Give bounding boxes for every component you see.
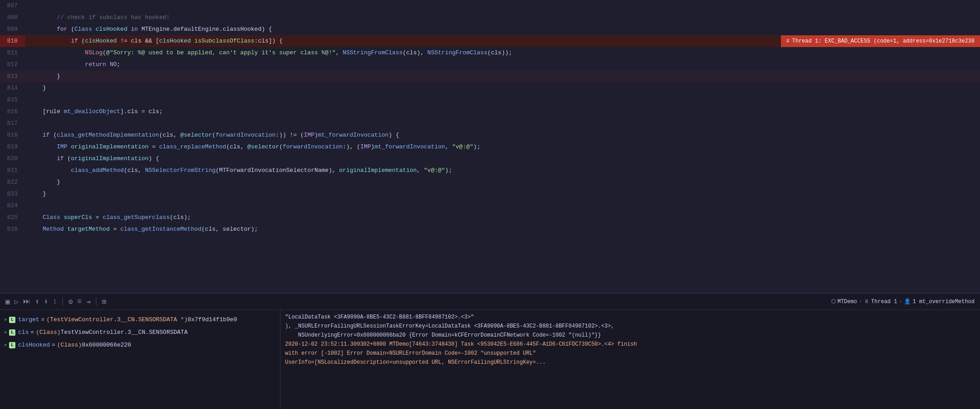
line-number: 825: [0, 212, 25, 224]
debug-path: ⬡ MTDemo › ⏸ Thread 1 › 👤 1 mt_overrideM…: [831, 298, 975, 305]
code-line: 811 NSLog(@"Sorry: %@ used to be applied…: [0, 47, 980, 59]
code-line: 813 }: [0, 71, 980, 82]
line-content: if (clsHooked != cls && [clsHooked isSub…: [25, 35, 980, 47]
var-name: clsHooked: [18, 340, 50, 350]
line-content: }: [25, 176, 980, 188]
line-content: Method targetMethod = class_getInstanceM…: [25, 224, 980, 235]
var-type-indicator: L: [9, 342, 15, 348]
line-content: [25, 0, 980, 12]
line-number: 823: [0, 188, 25, 200]
line-number: 807: [0, 0, 25, 12]
code-line: 819 IMP originalImplementation = class_r…: [0, 141, 980, 153]
line-content: class_addMethod(cls, NSSelectorFromStrin…: [25, 165, 980, 176]
line-content: Class superCls = class_getSuperclass(cls…: [25, 212, 980, 224]
code-line: 816 [rule mt_deallocObject].cls = cls;: [0, 106, 980, 118]
line-number: 815: [0, 94, 25, 106]
debug-variable[interactable]: ▶ L target = (TestViewController.3__CN.S…: [0, 314, 280, 326]
var-type-indicator: L: [9, 329, 15, 336]
code-line: 815: [0, 94, 980, 106]
line-number: 824: [0, 200, 25, 212]
toolbar-separator-2: [96, 298, 96, 306]
code-line: 814 }: [0, 82, 980, 94]
path-sep-2: ›: [899, 299, 902, 305]
var-value: 0x60000066e220: [82, 340, 131, 350]
line-content: }: [25, 188, 980, 200]
app-name: MTDemo: [837, 299, 857, 305]
step-over-icon[interactable]: ⏭: [23, 297, 30, 306]
console-line: 2020-12-02 23:52:11.309302+0800 MTDemo[7…: [285, 340, 975, 349]
line-number: 808: [0, 12, 25, 24]
code-line: 807: [0, 0, 980, 12]
layout-icon[interactable]: ⊞: [102, 297, 106, 306]
debug-variable[interactable]: ▶ L clsHooked = (Class) 0x60000066e220: [0, 339, 280, 352]
line-content: [rule mt_deallocObject].cls = cls;: [25, 106, 980, 118]
code-line: 818 if (class_getMethodImplementation(cl…: [0, 129, 980, 141]
var-type-indicator: L: [9, 317, 15, 323]
code-line: 820 if (originalImplementation) {: [0, 153, 980, 165]
line-number: 814: [0, 82, 25, 94]
code-line: 826 Method targetMethod = class_getInsta…: [0, 224, 980, 235]
code-line: 810 if (clsHooked != cls && [clsHooked i…: [0, 35, 980, 47]
expand-arrow: ▶: [5, 328, 7, 338]
person-icon: 👤: [904, 298, 911, 305]
line-content: [25, 94, 980, 106]
line-number: 818: [0, 129, 25, 141]
var-equals: =: [52, 340, 55, 350]
breakpoint-icon[interactable]: ⚙: [68, 297, 73, 306]
code-line: 822 }: [0, 176, 980, 188]
code-line: 817: [0, 118, 980, 129]
code-editor: 807808 // check if subclass has hooked!8…: [0, 0, 980, 309]
thread-name: Thread 1: [871, 299, 897, 305]
line-number: 816: [0, 106, 25, 118]
console-line: UserInfo=[NSLocalizedDescription=unsuppo…: [285, 358, 975, 367]
line-number: 809: [0, 24, 25, 35]
expand-arrow: ▶: [5, 315, 7, 325]
line-number: 811: [0, 47, 25, 59]
line-content: for (Class clsHooked in MTEngine.default…: [25, 24, 980, 35]
line-content: [25, 118, 980, 129]
var-equals: =: [41, 315, 45, 325]
line-content: if (class_getMethodImplementation(cls, @…: [25, 129, 980, 141]
line-content: NSLog(@"Sorry: %@ used to be applied, ca…: [25, 47, 980, 59]
console-line: "LocalDataTask <3FA9090A-8BE5-43C2-B881-…: [285, 313, 975, 322]
code-line: 824: [0, 200, 980, 212]
thread-icon: ⏸: [864, 298, 869, 305]
line-content: return NO;: [25, 59, 980, 71]
line-number: 812: [0, 59, 25, 71]
app-icon: ⬡: [831, 298, 836, 305]
line-content: IMP originalImplementation = class_repla…: [25, 141, 980, 153]
line-number: 817: [0, 118, 25, 129]
line-content: }: [25, 82, 980, 94]
code-line: 809 for (Class clsHooked in MTEngine.def…: [0, 24, 980, 35]
var-name: cls: [18, 328, 29, 338]
console-line: with error [-1002] Error Domain=NSURLErr…: [285, 349, 975, 358]
var-value: TestViewController.3__CN.SENSORSDATA: [61, 328, 188, 338]
code-line: 808 // check if subclass has hooked!: [0, 12, 980, 24]
method-name: 1 mt_overrideMethod: [913, 299, 975, 305]
line-content: // check if subclass has hooked!: [25, 12, 980, 24]
share-icon[interactable]: ⇥: [86, 297, 90, 306]
step-out-icon[interactable]: ⬇: [44, 297, 48, 306]
var-type: (Class): [36, 328, 61, 338]
var-type: (TestViewController.3__CN.SENSORSDATA *): [47, 315, 188, 325]
line-number: 822: [0, 176, 25, 188]
code-line: 812 return NO;: [0, 59, 980, 71]
play-icon[interactable]: ▷: [14, 297, 19, 306]
line-content: }: [25, 71, 980, 82]
step-into-icon[interactable]: ⬆: [35, 297, 39, 306]
var-value: 0x7f9d14f1b9e0: [188, 315, 237, 325]
code-line: 821 class_addMethod(cls, NSSelectorFromS…: [0, 165, 980, 176]
line-number: 820: [0, 153, 25, 165]
error-badge: ≡Thread 1: EXC_BAD_ACCESS (code=1, addre…: [781, 35, 980, 47]
stop-icon[interactable]: ▣: [5, 297, 10, 306]
line-number: 810: [0, 35, 25, 47]
debug-variables-panel: ▶ L target = (TestViewController.3__CN.S…: [0, 310, 281, 409]
debug-variable[interactable]: ▶ L cls = (Class) TestViewController.3__…: [0, 326, 280, 339]
console-line: ), _NSURLErrorFailingURLSessionTaskError…: [285, 322, 975, 331]
continue-icon[interactable]: ↕: [53, 298, 57, 306]
settings-icon[interactable]: ≡: [77, 298, 82, 306]
code-line: 825 Class superCls = class_getSuperclass…: [0, 212, 980, 224]
debug-toolbar: ▣ ▷ ⏭ ⬆ ⬇ ↕ ⚙ ≡ ⇥ ⊞ ⬡ MTDemo › ⏸ Thread …: [0, 293, 980, 309]
debug-console: "LocalDataTask <3FA9090A-8BE5-43C2-B881-…: [281, 310, 980, 409]
var-type: (Class): [57, 340, 82, 350]
